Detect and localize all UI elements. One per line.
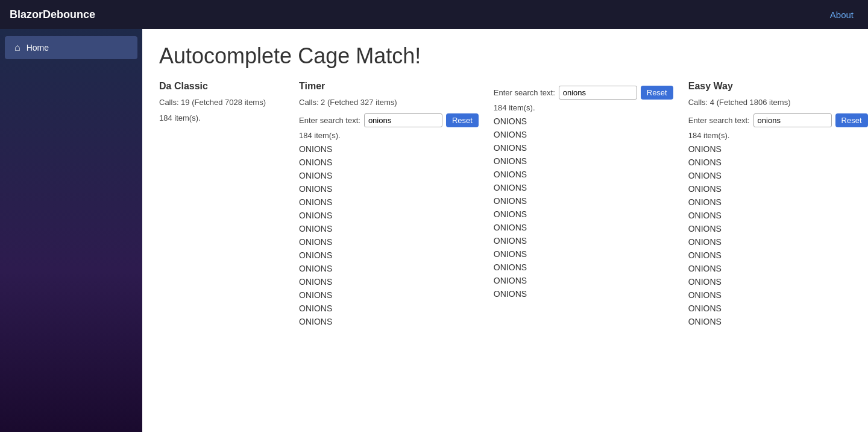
list-item: ONIONS	[494, 181, 673, 194]
list-item: ONIONS	[494, 141, 673, 154]
list-item: ONIONS	[688, 302, 868, 315]
layout: ⌂ Home Autocomplete Cage Match! Da Class…	[0, 29, 868, 432]
list-item: ONIONS	[494, 247, 673, 261]
column-debounce-items: ONIONS ONIONS ONIONS ONIONS ONIONS ONION…	[494, 115, 673, 300]
navbar: BlazorDebounce About	[0, 0, 868, 29]
list-item: ONIONS	[299, 169, 479, 182]
list-item: ONIONS	[688, 169, 868, 182]
list-item: ONIONS	[299, 222, 479, 235]
column-timer-search-input[interactable]	[364, 113, 442, 127]
list-item: ONIONS	[299, 235, 479, 249]
list-item: ONIONS	[494, 194, 673, 208]
column-easy-reset-button[interactable]: Reset	[835, 113, 868, 127]
list-item: ONIONS	[299, 182, 479, 195]
home-icon: ⌂	[14, 42, 20, 53]
list-item: ONIONS	[494, 154, 673, 168]
list-item: ONIONS	[494, 115, 673, 128]
column-timer-reset-button[interactable]: Reset	[446, 113, 479, 127]
list-item: ONIONS	[688, 142, 868, 156]
list-item: ONIONS	[299, 209, 479, 222]
column-classic-stats: Calls: 19 (Fetched 7028 items)	[159, 97, 284, 109]
column-classic-count: 184 item(s).	[159, 113, 284, 122]
column-classic-title: Da Classic	[159, 81, 284, 92]
list-item: ONIONS	[494, 168, 673, 181]
column-easy-stats: Calls: 4 (Fetched 1806 items)	[688, 97, 868, 109]
column-easy-search-input[interactable]	[753, 113, 832, 127]
sidebar: ⌂ Home	[0, 29, 142, 432]
column-easy-count: 184 item(s).	[688, 131, 868, 140]
list-item: ONIONS	[494, 221, 673, 234]
column-debounce-count: 184 item(s).	[494, 103, 673, 112]
column-timer-search-row: Enter search text: Reset	[299, 113, 479, 127]
list-item: ONIONS	[299, 195, 479, 209]
column-easy-title: Easy Way	[688, 81, 868, 92]
columns-container: Da Classic Calls: 19 (Fetched 7028 items…	[159, 81, 851, 328]
column-timer-items: ONIONS ONIONS ONIONS ONIONS ONIONS ONION…	[299, 142, 479, 328]
list-item: ONIONS	[494, 128, 673, 141]
column-debounce-search-input[interactable]	[559, 86, 637, 100]
brand-text: BlazorDebounce	[10, 8, 95, 21]
list-item: ONIONS	[299, 262, 479, 275]
list-item: ONIONS	[688, 222, 868, 235]
column-easy-search-row: Enter search text: Reset	[688, 113, 868, 127]
column-easy-items: ONIONS ONIONS ONIONS ONIONS ONIONS ONION…	[688, 142, 868, 328]
column-timer-stats: Calls: 2 (Fetched 327 items)	[299, 97, 479, 109]
list-item: ONIONS	[494, 208, 673, 221]
list-item: ONIONS	[299, 288, 479, 302]
column-debounce: Enter search text: Reset 184 item(s). ON…	[486, 81, 681, 328]
list-item: ONIONS	[494, 234, 673, 247]
list-item: ONIONS	[299, 302, 479, 315]
main-content: Autocomplete Cage Match! Da Classic Call…	[142, 29, 868, 432]
list-item: ONIONS	[299, 275, 479, 288]
list-item: ONIONS	[494, 261, 673, 274]
column-timer-search-label: Enter search text:	[299, 116, 360, 125]
column-timer: Timer Calls: 2 (Fetched 327 items) Enter…	[292, 81, 486, 328]
list-item: ONIONS	[688, 288, 868, 302]
navbar-brand: BlazorDebounce	[0, 0, 142, 29]
list-item: ONIONS	[688, 182, 868, 195]
list-item: ONIONS	[494, 274, 673, 287]
sidebar-home-label: Home	[27, 43, 49, 52]
list-item: ONIONS	[688, 275, 868, 288]
list-item: ONIONS	[688, 249, 868, 262]
list-item: ONIONS	[688, 156, 868, 169]
list-item: ONIONS	[299, 142, 479, 156]
list-item: ONIONS	[688, 262, 868, 275]
list-item: ONIONS	[299, 249, 479, 262]
column-timer-count: 184 item(s).	[299, 131, 479, 140]
column-easy-search-label: Enter search text:	[688, 116, 750, 125]
list-item: ONIONS	[494, 287, 673, 300]
about-link[interactable]: About	[825, 7, 858, 22]
sidebar-item-home[interactable]: ⌂ Home	[5, 36, 137, 59]
list-item: ONIONS	[299, 156, 479, 169]
column-debounce-search-label: Enter search text:	[494, 88, 555, 97]
column-debounce-search-row: Enter search text: Reset	[494, 86, 673, 100]
column-timer-title: Timer	[299, 81, 479, 92]
list-item: ONIONS	[688, 235, 868, 249]
column-easy: Easy Way Calls: 4 (Fetched 1806 items) E…	[681, 81, 868, 328]
column-classic: Da Classic Calls: 19 (Fetched 7028 items…	[159, 81, 292, 328]
list-item: ONIONS	[688, 195, 868, 209]
column-debounce-reset-button[interactable]: Reset	[641, 86, 673, 100]
page-title: Autocomplete Cage Match!	[159, 43, 851, 69]
list-item: ONIONS	[299, 315, 479, 328]
list-item: ONIONS	[688, 209, 868, 222]
list-item: ONIONS	[688, 315, 868, 328]
